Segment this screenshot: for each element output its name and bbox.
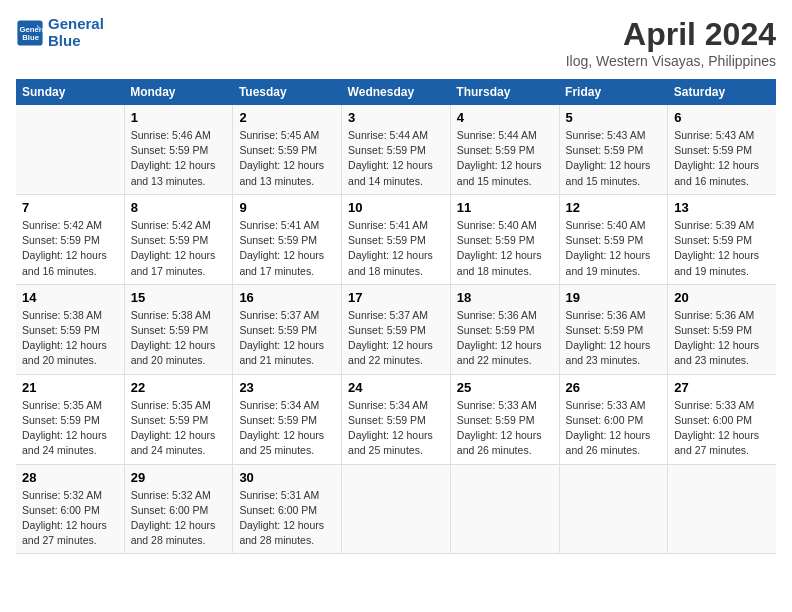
cell-info: Sunrise: 5:46 AM Sunset: 5:59 PM Dayligh… bbox=[131, 128, 227, 189]
cell-info: Sunrise: 5:35 AM Sunset: 5:59 PM Dayligh… bbox=[22, 398, 118, 459]
calendar-cell: 19Sunrise: 5:36 AM Sunset: 5:59 PM Dayli… bbox=[559, 284, 668, 374]
calendar-cell: 14Sunrise: 5:38 AM Sunset: 5:59 PM Dayli… bbox=[16, 284, 124, 374]
logo-icon: General Blue bbox=[16, 19, 44, 47]
calendar-cell: 26Sunrise: 5:33 AM Sunset: 6:00 PM Dayli… bbox=[559, 374, 668, 464]
logo: General Blue General Blue bbox=[16, 16, 104, 49]
col-header-thursday: Thursday bbox=[450, 79, 559, 105]
logo-text: General Blue bbox=[48, 16, 104, 49]
svg-text:General: General bbox=[20, 24, 45, 33]
day-number: 29 bbox=[131, 470, 227, 485]
day-number: 6 bbox=[674, 110, 770, 125]
calendar-cell: 18Sunrise: 5:36 AM Sunset: 5:59 PM Dayli… bbox=[450, 284, 559, 374]
calendar-cell: 17Sunrise: 5:37 AM Sunset: 5:59 PM Dayli… bbox=[342, 284, 451, 374]
calendar-cell: 6Sunrise: 5:43 AM Sunset: 5:59 PM Daylig… bbox=[668, 105, 776, 194]
col-header-tuesday: Tuesday bbox=[233, 79, 342, 105]
calendar-cell bbox=[342, 464, 451, 554]
calendar-cell: 27Sunrise: 5:33 AM Sunset: 6:00 PM Dayli… bbox=[668, 374, 776, 464]
day-number: 24 bbox=[348, 380, 444, 395]
cell-info: Sunrise: 5:33 AM Sunset: 6:00 PM Dayligh… bbox=[674, 398, 770, 459]
cell-info: Sunrise: 5:36 AM Sunset: 5:59 PM Dayligh… bbox=[566, 308, 662, 369]
calendar-cell: 24Sunrise: 5:34 AM Sunset: 5:59 PM Dayli… bbox=[342, 374, 451, 464]
week-row-3: 14Sunrise: 5:38 AM Sunset: 5:59 PM Dayli… bbox=[16, 284, 776, 374]
day-number: 7 bbox=[22, 200, 118, 215]
calendar-cell: 9Sunrise: 5:41 AM Sunset: 5:59 PM Daylig… bbox=[233, 194, 342, 284]
day-number: 14 bbox=[22, 290, 118, 305]
col-header-sunday: Sunday bbox=[16, 79, 124, 105]
day-number: 1 bbox=[131, 110, 227, 125]
title-area: April 2024 Ilog, Western Visayas, Philip… bbox=[566, 16, 776, 69]
calendar-cell: 4Sunrise: 5:44 AM Sunset: 5:59 PM Daylig… bbox=[450, 105, 559, 194]
day-number: 20 bbox=[674, 290, 770, 305]
cell-info: Sunrise: 5:40 AM Sunset: 5:59 PM Dayligh… bbox=[457, 218, 553, 279]
col-header-monday: Monday bbox=[124, 79, 233, 105]
calendar-cell: 20Sunrise: 5:36 AM Sunset: 5:59 PM Dayli… bbox=[668, 284, 776, 374]
cell-info: Sunrise: 5:41 AM Sunset: 5:59 PM Dayligh… bbox=[348, 218, 444, 279]
calendar-cell: 5Sunrise: 5:43 AM Sunset: 5:59 PM Daylig… bbox=[559, 105, 668, 194]
day-number: 17 bbox=[348, 290, 444, 305]
cell-info: Sunrise: 5:36 AM Sunset: 5:59 PM Dayligh… bbox=[457, 308, 553, 369]
cell-info: Sunrise: 5:38 AM Sunset: 5:59 PM Dayligh… bbox=[22, 308, 118, 369]
calendar-cell: 30Sunrise: 5:31 AM Sunset: 6:00 PM Dayli… bbox=[233, 464, 342, 554]
cell-info: Sunrise: 5:42 AM Sunset: 5:59 PM Dayligh… bbox=[22, 218, 118, 279]
day-number: 12 bbox=[566, 200, 662, 215]
week-row-4: 21Sunrise: 5:35 AM Sunset: 5:59 PM Dayli… bbox=[16, 374, 776, 464]
calendar-cell bbox=[16, 105, 124, 194]
day-number: 19 bbox=[566, 290, 662, 305]
day-number: 28 bbox=[22, 470, 118, 485]
calendar-cell: 16Sunrise: 5:37 AM Sunset: 5:59 PM Dayli… bbox=[233, 284, 342, 374]
cell-info: Sunrise: 5:37 AM Sunset: 5:59 PM Dayligh… bbox=[239, 308, 335, 369]
calendar-cell: 25Sunrise: 5:33 AM Sunset: 5:59 PM Dayli… bbox=[450, 374, 559, 464]
calendar-cell: 22Sunrise: 5:35 AM Sunset: 5:59 PM Dayli… bbox=[124, 374, 233, 464]
col-header-wednesday: Wednesday bbox=[342, 79, 451, 105]
cell-info: Sunrise: 5:44 AM Sunset: 5:59 PM Dayligh… bbox=[457, 128, 553, 189]
cell-info: Sunrise: 5:43 AM Sunset: 5:59 PM Dayligh… bbox=[674, 128, 770, 189]
day-number: 16 bbox=[239, 290, 335, 305]
calendar-cell bbox=[559, 464, 668, 554]
calendar-cell: 13Sunrise: 5:39 AM Sunset: 5:59 PM Dayli… bbox=[668, 194, 776, 284]
cell-info: Sunrise: 5:32 AM Sunset: 6:00 PM Dayligh… bbox=[131, 488, 227, 549]
col-header-saturday: Saturday bbox=[668, 79, 776, 105]
day-number: 5 bbox=[566, 110, 662, 125]
calendar-cell: 10Sunrise: 5:41 AM Sunset: 5:59 PM Dayli… bbox=[342, 194, 451, 284]
cell-info: Sunrise: 5:42 AM Sunset: 5:59 PM Dayligh… bbox=[131, 218, 227, 279]
calendar-cell bbox=[668, 464, 776, 554]
day-number: 2 bbox=[239, 110, 335, 125]
calendar-cell: 23Sunrise: 5:34 AM Sunset: 5:59 PM Dayli… bbox=[233, 374, 342, 464]
day-number: 18 bbox=[457, 290, 553, 305]
calendar-cell: 3Sunrise: 5:44 AM Sunset: 5:59 PM Daylig… bbox=[342, 105, 451, 194]
calendar-cell: 11Sunrise: 5:40 AM Sunset: 5:59 PM Dayli… bbox=[450, 194, 559, 284]
cell-info: Sunrise: 5:39 AM Sunset: 5:59 PM Dayligh… bbox=[674, 218, 770, 279]
calendar-cell: 7Sunrise: 5:42 AM Sunset: 5:59 PM Daylig… bbox=[16, 194, 124, 284]
calendar-cell: 29Sunrise: 5:32 AM Sunset: 6:00 PM Dayli… bbox=[124, 464, 233, 554]
calendar-table: SundayMondayTuesdayWednesdayThursdayFrid… bbox=[16, 79, 776, 554]
calendar-cell: 15Sunrise: 5:38 AM Sunset: 5:59 PM Dayli… bbox=[124, 284, 233, 374]
day-number: 9 bbox=[239, 200, 335, 215]
day-number: 30 bbox=[239, 470, 335, 485]
day-number: 25 bbox=[457, 380, 553, 395]
page-header: General Blue General Blue April 2024 Ilo… bbox=[16, 16, 776, 69]
calendar-cell: 2Sunrise: 5:45 AM Sunset: 5:59 PM Daylig… bbox=[233, 105, 342, 194]
cell-info: Sunrise: 5:31 AM Sunset: 6:00 PM Dayligh… bbox=[239, 488, 335, 549]
cell-info: Sunrise: 5:41 AM Sunset: 5:59 PM Dayligh… bbox=[239, 218, 335, 279]
day-number: 23 bbox=[239, 380, 335, 395]
cell-info: Sunrise: 5:36 AM Sunset: 5:59 PM Dayligh… bbox=[674, 308, 770, 369]
week-row-1: 1Sunrise: 5:46 AM Sunset: 5:59 PM Daylig… bbox=[16, 105, 776, 194]
calendar-cell: 28Sunrise: 5:32 AM Sunset: 6:00 PM Dayli… bbox=[16, 464, 124, 554]
day-number: 21 bbox=[22, 380, 118, 395]
day-number: 11 bbox=[457, 200, 553, 215]
day-number: 3 bbox=[348, 110, 444, 125]
calendar-header-row: SundayMondayTuesdayWednesdayThursdayFrid… bbox=[16, 79, 776, 105]
cell-info: Sunrise: 5:34 AM Sunset: 5:59 PM Dayligh… bbox=[348, 398, 444, 459]
day-number: 27 bbox=[674, 380, 770, 395]
day-number: 26 bbox=[566, 380, 662, 395]
cell-info: Sunrise: 5:34 AM Sunset: 5:59 PM Dayligh… bbox=[239, 398, 335, 459]
week-row-5: 28Sunrise: 5:32 AM Sunset: 6:00 PM Dayli… bbox=[16, 464, 776, 554]
calendar-cell: 8Sunrise: 5:42 AM Sunset: 5:59 PM Daylig… bbox=[124, 194, 233, 284]
cell-info: Sunrise: 5:44 AM Sunset: 5:59 PM Dayligh… bbox=[348, 128, 444, 189]
page-subtitle: Ilog, Western Visayas, Philippines bbox=[566, 53, 776, 69]
calendar-cell: 12Sunrise: 5:40 AM Sunset: 5:59 PM Dayli… bbox=[559, 194, 668, 284]
week-row-2: 7Sunrise: 5:42 AM Sunset: 5:59 PM Daylig… bbox=[16, 194, 776, 284]
day-number: 4 bbox=[457, 110, 553, 125]
day-number: 13 bbox=[674, 200, 770, 215]
cell-info: Sunrise: 5:37 AM Sunset: 5:59 PM Dayligh… bbox=[348, 308, 444, 369]
